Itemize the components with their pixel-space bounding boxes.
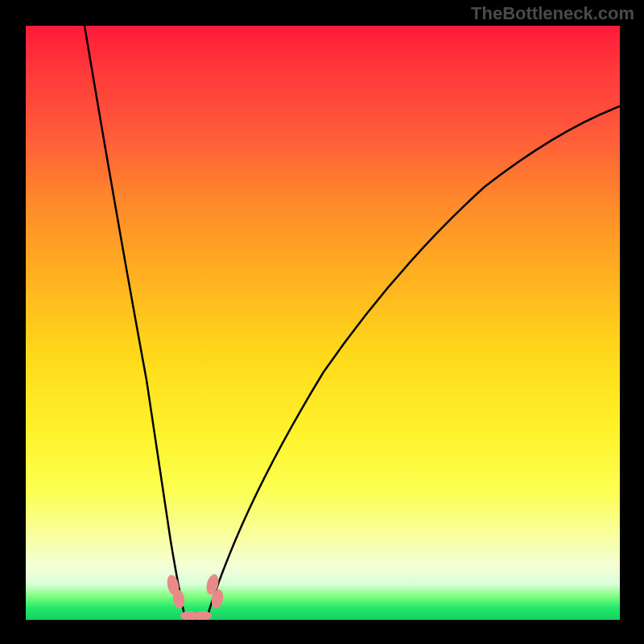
plot-area xyxy=(26,26,620,620)
left-curve xyxy=(85,26,185,618)
curves-svg xyxy=(26,26,620,620)
right-curve xyxy=(207,106,620,618)
watermark-text: TheBottleneck.com xyxy=(471,3,634,24)
marker-bottom xyxy=(180,611,212,620)
marker-right xyxy=(204,573,225,610)
marker-left xyxy=(165,574,186,609)
chart-container: TheBottleneck.com xyxy=(0,0,644,644)
